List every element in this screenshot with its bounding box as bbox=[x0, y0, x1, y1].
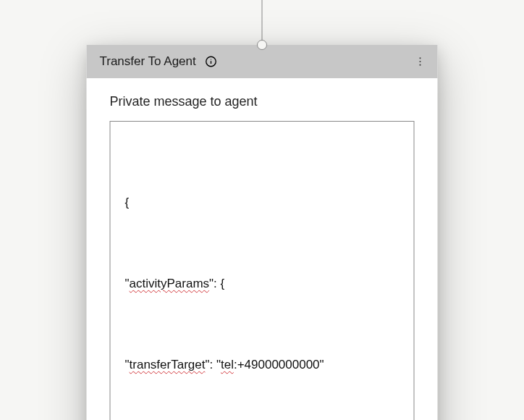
transfer-to-agent-card: Transfer To Agent Private message to age… bbox=[87, 45, 438, 420]
code-text-spellcheck: tel bbox=[221, 358, 234, 371]
field-label: Private message to agent bbox=[110, 94, 415, 109]
more-options-icon[interactable] bbox=[413, 54, 428, 69]
info-icon[interactable] bbox=[205, 55, 218, 68]
card-body: Private message to agent { "activityPara… bbox=[87, 78, 438, 420]
flow-connector-line bbox=[262, 0, 263, 43]
code-text: :+49000000000" bbox=[234, 358, 324, 371]
code-text-spellcheck: transferTarget bbox=[130, 358, 206, 371]
code-text: { bbox=[125, 196, 130, 209]
flow-connector-node[interactable] bbox=[257, 40, 267, 50]
code-text-spellcheck: activityParams bbox=[130, 277, 210, 290]
svg-point-4 bbox=[419, 61, 421, 62]
svg-point-2 bbox=[211, 59, 211, 59]
code-text: ": { bbox=[209, 277, 224, 290]
card-title: Transfer To Agent bbox=[100, 54, 196, 69]
svg-point-5 bbox=[419, 64, 421, 66]
code-text: ": " bbox=[205, 358, 221, 371]
svg-point-3 bbox=[419, 57, 421, 59]
private-message-textarea[interactable]: { "activityParams": { "transferTarget": … bbox=[110, 121, 415, 420]
